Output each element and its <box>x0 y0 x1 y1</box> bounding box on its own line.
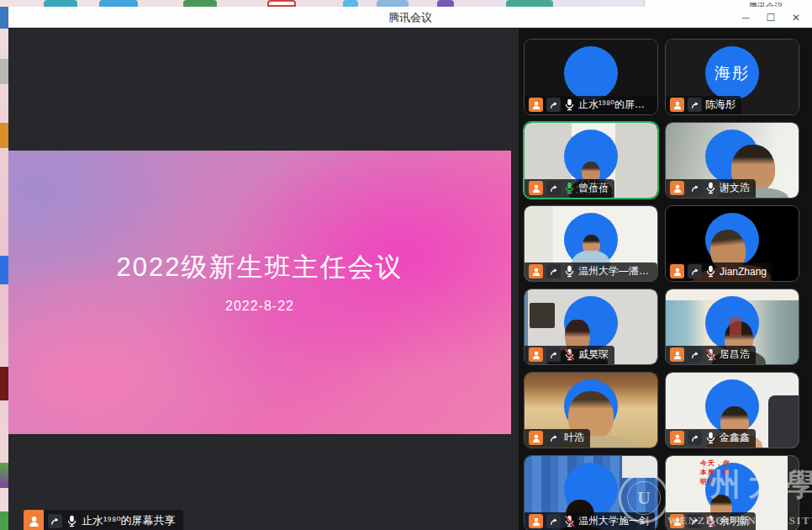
desktop-edge-strip <box>0 7 8 530</box>
host-badge-icon <box>670 347 684 362</box>
host-badge-icon <box>24 510 44 530</box>
participant-label: 陈海彤 <box>666 96 741 114</box>
host-badge-icon <box>529 347 543 362</box>
host-badge-icon <box>529 98 543 112</box>
participant-label: JianZhang <box>666 262 772 281</box>
participant-name: 温州大学—潘龙飞 <box>578 264 651 278</box>
close-button[interactable]: ✕ <box>783 7 809 28</box>
participant-tile[interactable]: 温州大学—潘龙飞 <box>524 205 658 282</box>
screen-share-badge-icon <box>546 514 561 528</box>
avatar <box>564 46 618 100</box>
window-title: 腾讯会议 <box>8 10 812 25</box>
participant-name: 曾蓓蓓 <box>578 181 609 195</box>
host-badge-icon <box>670 264 684 278</box>
host-badge-icon <box>529 181 543 195</box>
host-badge-icon <box>529 431 543 445</box>
screen-share-badge-icon <box>48 514 62 528</box>
screen-share-badge-icon <box>688 264 702 278</box>
participant-name: 叶浩 <box>564 431 584 445</box>
participant-label: 金鑫鑫 <box>666 429 756 448</box>
participant-tile[interactable]: 止水¹⁹⁸⁰的屏幕共... <box>524 39 658 115</box>
taskbar-icon-fragment <box>44 0 77 7</box>
host-badge-icon <box>670 514 684 528</box>
maximize-button[interactable]: ☐ <box>758 7 783 28</box>
host-badge-icon <box>670 181 684 195</box>
mic-on-icon <box>66 515 77 527</box>
taskbar-icon-fragment <box>506 0 553 7</box>
participant-name: 止水¹⁹⁸⁰的屏幕共... <box>578 98 651 112</box>
participant-name: 戚昊琛 <box>578 347 609 362</box>
participant-tile[interactable]: 海彤 陈海彤 <box>665 39 799 115</box>
mic-muted-icon <box>705 348 716 361</box>
background-window-title: 腾讯会议 <box>749 1 783 7</box>
sharer-name: 止水¹⁹⁸⁰的屏幕共享 <box>82 513 176 528</box>
participant-tile[interactable]: 谢文浩 <box>665 122 799 199</box>
host-badge-icon <box>670 98 684 112</box>
background-window-strip: 腾讯会议 <box>0 0 812 7</box>
participant-tile[interactable]: 居昌浩 <box>665 289 799 365</box>
participant-tile[interactable]: 叶浩 <box>524 372 658 448</box>
screen-share-badge-icon <box>546 98 561 112</box>
participant-label: 戚昊琛 <box>525 346 614 364</box>
participants-sidebar[interactable]: 止水¹⁹⁸⁰的屏幕共... 海彤 <box>519 29 812 530</box>
participant-label: 余明新 <box>666 512 756 530</box>
participant-tile[interactable]: 温州大学施一剑 <box>524 455 658 530</box>
slide-title: 2022级新生班主任会议 <box>117 250 403 285</box>
participant-label: 止水¹⁹⁸⁰的屏幕共... <box>525 96 657 114</box>
screen-share-badge-icon <box>688 514 702 528</box>
participant-label: 谢文浩 <box>666 179 756 198</box>
taskbar-icon-fragment <box>377 0 409 7</box>
desktop-icon-fragment <box>0 511 8 530</box>
mic-speaking-icon <box>564 182 575 194</box>
host-badge-icon <box>529 514 543 528</box>
desktop-icon-fragment <box>0 256 8 284</box>
titlebar[interactable]: 腾讯会议 ─ ☐ ✕ <box>8 7 812 28</box>
participant-name: JianZhang <box>720 266 767 278</box>
presentation-slide: 2022级新生班主任会议 2022-8-22 <box>8 151 511 434</box>
mic-muted-icon <box>564 515 575 527</box>
screen-share-badge-icon <box>546 181 561 195</box>
avatar-initials: 海彤 <box>714 62 750 84</box>
desktop-icon-fragment <box>0 463 8 488</box>
participant-name: 余明新 <box>720 514 750 528</box>
desktop-icon-fragment <box>0 7 8 29</box>
participants-grid: 止水¹⁹⁸⁰的屏幕共... 海彤 <box>524 39 799 530</box>
participant-tile[interactable]: JianZhang <box>665 205 799 282</box>
mic-on-icon <box>705 265 716 278</box>
desktop-icon-fragment <box>0 59 8 84</box>
sharer-name-overlay: 止水¹⁹⁸⁰的屏幕共享 <box>24 510 183 530</box>
participant-label: 温州大学施一剑 <box>525 512 655 530</box>
slide-date: 2022-8-22 <box>225 299 294 314</box>
participant-label: 居昌浩 <box>666 346 756 364</box>
mic-on-icon <box>564 265 575 278</box>
screen-share-badge-icon <box>688 181 702 195</box>
desktop-icon-fragment <box>0 123 8 148</box>
mic-muted-icon <box>705 515 716 527</box>
mic-muted-icon <box>564 348 575 361</box>
participant-tile[interactable]: 曾蓓蓓 <box>524 122 658 199</box>
participant-tile[interactable]: 金鑫鑫 <box>665 372 799 448</box>
taskbar-icon-fragment <box>183 0 217 7</box>
participant-name: 温州大学施一剑 <box>578 514 649 528</box>
screen-share-badge-icon <box>688 347 702 362</box>
participant-label: 温州大学—潘龙飞 <box>525 262 657 281</box>
shared-screen-area: 2022级新生班主任会议 2022-8-22 止水¹⁹⁸⁰的屏 <box>8 29 519 530</box>
taskbar-icon-fragment <box>343 0 358 7</box>
screen-share-badge-icon <box>546 431 561 445</box>
screen-share-badge-icon <box>546 347 561 362</box>
screen-share-badge-icon <box>688 98 702 112</box>
screen: 腾讯会议 腾讯会议 ─ ☐ ✕ 2022级新生班主任会议 2022-8 <box>0 0 812 530</box>
minimize-button[interactable]: ─ <box>733 7 758 28</box>
participant-tile[interactable]: 今天，你本周，休明日， 余明新 <box>665 455 799 530</box>
screen-share-badge-icon <box>688 431 702 445</box>
participant-label: 曾蓓蓓 <box>525 179 614 198</box>
mic-on-icon <box>705 432 716 444</box>
participant-name: 金鑫鑫 <box>720 431 750 445</box>
taskbar-icon-fragment <box>99 0 138 7</box>
participant-label: 叶浩 <box>525 429 590 448</box>
participant-name: 陈海彤 <box>705 98 736 112</box>
background-window-titlebar: 腾讯会议 <box>644 0 812 7</box>
participant-tile[interactable]: 戚昊琛 <box>524 289 658 365</box>
mic-on-icon <box>564 98 575 111</box>
desktop-icon-fragment <box>0 367 8 400</box>
